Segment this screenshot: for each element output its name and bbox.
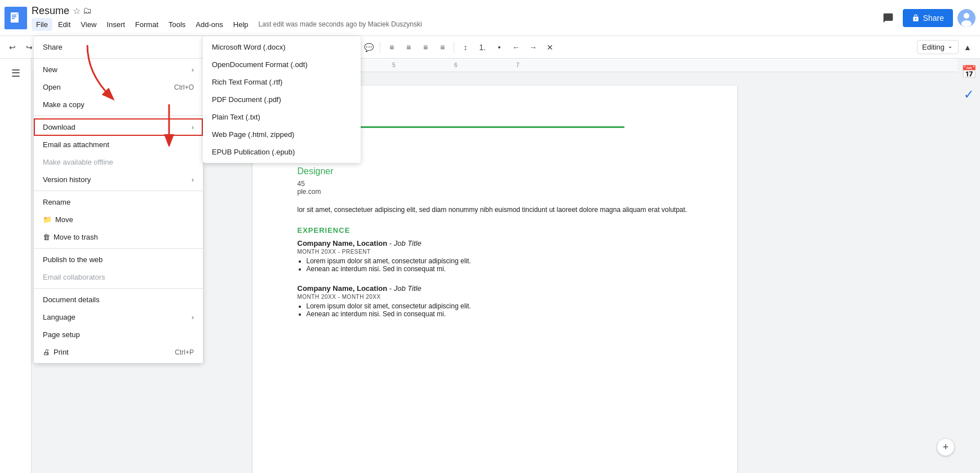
file-menu-publish[interactable]: Publish to the web xyxy=(34,251,203,268)
menu-bar: File Edit View Insert Format Tools Add-o… xyxy=(32,18,878,31)
svg-point-5 xyxy=(964,13,969,19)
resume-contact: 45 ple.com xyxy=(298,180,692,196)
submenu-odt[interactable]: OpenDocument Format (.odt) xyxy=(203,56,361,73)
job-1-bullet-2: Aenean ac interdum nisi. Sed in consequa… xyxy=(307,265,692,273)
submenu-html[interactable]: Web Page (.html, zipped) xyxy=(203,126,361,143)
submenu-txt[interactable]: Plain Text (.txt) xyxy=(203,108,361,126)
submenu-docx[interactable]: Microsoft Word (.docx) xyxy=(203,38,361,56)
file-menu-language[interactable]: Language › xyxy=(34,308,203,326)
separator-copy xyxy=(34,116,203,116)
separator-5 xyxy=(380,42,380,53)
svg-rect-2 xyxy=(12,16,16,17)
print-icon: 🖨 xyxy=(43,348,50,356)
right-sidebar: 📅 ✓ xyxy=(957,59,980,473)
trash-icon: 🗑 xyxy=(43,233,50,241)
top-bar: Resume ☆ 🗂 File Edit View Insert Format … xyxy=(0,0,980,36)
editing-dropdown[interactable]: Editing xyxy=(917,40,959,54)
doc-title[interactable]: Resume xyxy=(32,5,69,17)
job-1-dates: MONTH 20XX - PRESENT xyxy=(298,249,692,255)
file-menu-download[interactable]: Download › xyxy=(34,118,203,136)
file-menu-email-attachment[interactable]: Email as attachment xyxy=(34,136,203,153)
print-shortcut: Ctrl+P xyxy=(175,348,194,356)
outline-icon[interactable]: ☰ xyxy=(6,63,26,83)
align-left-button[interactable]: ≡ xyxy=(384,39,400,55)
menu-item-view[interactable]: View xyxy=(76,18,101,31)
align-center-button[interactable]: ≡ xyxy=(401,39,416,55)
submenu-epub[interactable]: EPUB Publication (.epub) xyxy=(203,143,361,161)
share-button[interactable]: Share xyxy=(903,9,953,27)
svg-rect-1 xyxy=(12,15,16,16)
file-menu-trash[interactable]: 🗑 Move to trash xyxy=(34,228,203,246)
align-right-button[interactable]: ≡ xyxy=(418,39,433,55)
top-right: Share xyxy=(878,8,975,28)
resume-job-title: Designer xyxy=(298,166,692,176)
job-1: Company Name, Location - Job Title MONTH… xyxy=(298,239,692,273)
job-2: Company Name, Location - Job Title MONTH… xyxy=(298,284,692,318)
menu-item-file[interactable]: File xyxy=(32,18,52,31)
file-menu-new[interactable]: New › xyxy=(34,61,203,78)
increase-indent-button[interactable]: → xyxy=(525,39,541,55)
job-2-bullet-1: Lorem ipsum dolor sit amet, consectetur … xyxy=(307,302,692,310)
comment-button[interactable]: 💬 xyxy=(361,39,376,55)
experience-section: EXPERIENCE Company Name, Location - Job … xyxy=(298,226,692,318)
file-menu-print[interactable]: 🖨 Print Ctrl+P xyxy=(34,343,203,361)
star-icon[interactable]: ☆ xyxy=(73,6,81,16)
separator-publish xyxy=(34,288,203,289)
version-arrow: › xyxy=(192,175,194,184)
new-arrow: › xyxy=(192,65,194,74)
menu-item-edit[interactable]: Edit xyxy=(54,18,75,31)
doc-title-area: Resume ☆ 🗂 File Edit View Insert Format … xyxy=(32,5,878,31)
menu-item-tools[interactable]: Tools xyxy=(164,18,190,31)
download-submenu: Microsoft Word (.docx) OpenDocument Form… xyxy=(203,36,361,163)
separator-version xyxy=(34,191,203,191)
justify-button[interactable]: ≡ xyxy=(434,39,450,55)
svg-rect-3 xyxy=(12,18,15,19)
numberedlist-button[interactable]: 1. xyxy=(475,39,490,55)
file-menu-dropdown: Share New › Open Ctrl+O Make a copy Down… xyxy=(34,36,203,363)
submenu-pdf[interactable]: PDF Document (.pdf) xyxy=(203,91,361,108)
calendar-icon[interactable]: 📅 xyxy=(960,63,978,81)
file-menu-copy[interactable]: Make a copy xyxy=(34,96,203,113)
file-menu-share[interactable]: Share xyxy=(34,38,203,56)
job-1-header: Company Name, Location - Job Title xyxy=(298,239,692,247)
folder-icon[interactable]: 🗂 xyxy=(83,6,92,16)
folder-move-icon: 📁 xyxy=(43,215,52,224)
clear-format-button[interactable]: ✕ xyxy=(542,39,558,55)
submenu-rtf[interactable]: Rich Text Format (.rtf) xyxy=(203,73,361,91)
scroll-plus-button[interactable]: + xyxy=(937,438,955,456)
download-arrow: › xyxy=(192,123,194,131)
file-menu-offline: Make available offline xyxy=(34,153,203,171)
file-menu-doc-details[interactable]: Document details xyxy=(34,291,203,308)
file-menu-email-collab: Email collaborators xyxy=(34,268,203,286)
menu-item-help[interactable]: Help xyxy=(229,18,253,31)
line-spacing-button[interactable]: ↕ xyxy=(458,39,473,55)
job-2-dates: MONTH 20XX - MONTH 20XX xyxy=(298,294,692,300)
file-menu-open[interactable]: Open Ctrl+O xyxy=(34,78,203,96)
tasks-icon[interactable]: ✓ xyxy=(960,86,978,104)
avatar[interactable] xyxy=(957,9,975,27)
collapse-button[interactable]: ▲ xyxy=(960,39,975,55)
job-1-bullet-1: Lorem ipsum dolor sit amet, consectetur … xyxy=(307,257,692,265)
comment-icon[interactable] xyxy=(878,8,898,28)
file-menu-page-setup[interactable]: Page setup xyxy=(34,326,203,343)
file-menu-move[interactable]: 📁 Move xyxy=(34,211,203,228)
open-shortcut: Ctrl+O xyxy=(174,83,194,91)
bulletlist-button[interactable]: • xyxy=(491,39,507,55)
menu-item-format[interactable]: Format xyxy=(131,18,163,31)
menu-item-addons[interactable]: Add-ons xyxy=(191,18,227,31)
left-sidebar: ☰ xyxy=(0,59,32,473)
file-menu-version-history[interactable]: Version history › xyxy=(34,171,203,188)
separator-trash xyxy=(34,248,203,249)
undo-button[interactable]: ↩ xyxy=(5,39,20,55)
separator-share xyxy=(34,58,203,59)
experience-title: EXPERIENCE xyxy=(298,226,692,235)
job-2-header: Company Name, Location - Job Title xyxy=(298,284,692,293)
doc-icon xyxy=(5,7,27,29)
menu-item-insert[interactable]: Insert xyxy=(102,18,130,31)
separator-6 xyxy=(454,42,454,53)
decrease-indent-button[interactable]: ← xyxy=(508,39,524,55)
file-menu-rename[interactable]: Rename xyxy=(34,193,203,211)
editing-label: Editing xyxy=(922,43,944,51)
language-arrow: › xyxy=(192,313,194,321)
autosave-text: Last edit was made seconds ago by Maciek… xyxy=(259,20,422,28)
